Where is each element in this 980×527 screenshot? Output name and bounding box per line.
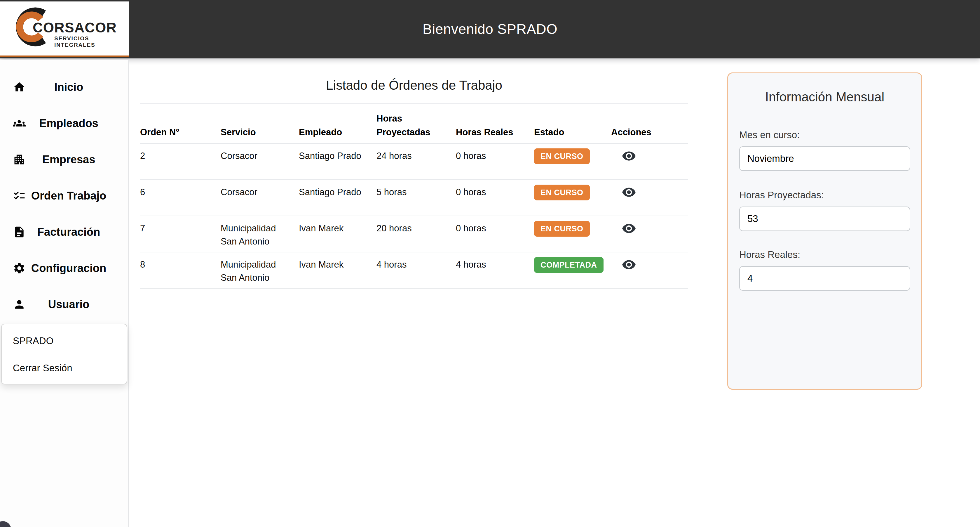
sidebar-item-label: Facturación bbox=[26, 226, 112, 238]
cell-horas-proyectadas: 20 horas bbox=[377, 216, 456, 252]
cell-estado: EN CURSO bbox=[534, 180, 611, 216]
view-order-eye-icon[interactable] bbox=[619, 257, 638, 275]
user-icon bbox=[13, 298, 26, 311]
checklist-icon bbox=[13, 189, 26, 202]
view-order-eye-icon[interactable] bbox=[619, 149, 638, 167]
sidebar-item-inicio[interactable]: Inicio bbox=[0, 69, 128, 105]
sidebar-item-label: Orden Trabajo bbox=[26, 190, 112, 202]
building-icon bbox=[13, 153, 26, 166]
top-header-bar: Bienvenido SPRADO bbox=[0, 0, 980, 58]
sidebar-nav: Inicio Empleados Empresas Orden Trabajo bbox=[0, 60, 128, 323]
cell-horas-reales: 0 horas bbox=[456, 216, 534, 252]
cell-horas-proyectadas: 24 horas bbox=[377, 144, 456, 180]
cell-servicio: Municipalidad San Antonio bbox=[221, 216, 299, 252]
sidebar-item-label: Configuracion bbox=[26, 262, 112, 275]
panel-field: Horas Proyectadas: 53 bbox=[739, 190, 910, 231]
field-label: Horas Proyectadas: bbox=[739, 190, 910, 200]
brand-name: CORSACOR bbox=[33, 19, 117, 36]
cell-horas-reales: 0 horas bbox=[456, 144, 534, 180]
people-icon bbox=[13, 117, 26, 130]
field-label: Horas Reales: bbox=[739, 250, 910, 260]
cell-horas-reales: 4 horas bbox=[456, 252, 534, 288]
app-window: Bienvenido SPRADO CORSACOR SERVICIOS INT… bbox=[0, 0, 980, 527]
column-header: Horas Proyectadas bbox=[377, 104, 456, 144]
user-menu-username[interactable]: SPRADO bbox=[2, 327, 127, 355]
cell-empleado: Ivan Marek bbox=[299, 216, 377, 252]
cell-estado: EN CURSO bbox=[534, 216, 611, 252]
status-badge: EN CURSO bbox=[534, 149, 590, 164]
brand-logo: CORSACOR SERVICIOS INTEGRALES bbox=[0, 2, 129, 57]
cell-orden: 2 bbox=[140, 144, 221, 180]
status-badge: EN CURSO bbox=[534, 185, 590, 200]
sidebar: Inicio Empleados Empresas Orden Trabajo bbox=[0, 60, 129, 527]
current-month-input[interactable]: Noviembre bbox=[739, 146, 910, 171]
sidebar-item-facturacion[interactable]: Facturación bbox=[0, 214, 128, 250]
cell-empleado: Ivan Marek bbox=[299, 252, 377, 288]
logout-menu-item[interactable]: Cerrar Sesión bbox=[2, 355, 127, 382]
cell-estado: EN CURSO bbox=[534, 144, 611, 180]
order-row: 7 Municipalidad San Antonio Ivan Marek 2… bbox=[140, 216, 688, 252]
column-header: Acciones bbox=[611, 104, 688, 144]
sidebar-item-label: Empresas bbox=[26, 153, 112, 166]
cell-acciones bbox=[611, 252, 688, 288]
brand-tagline: SERVICIOS INTEGRALES bbox=[54, 35, 129, 48]
order-row: 8 Municipalidad San Antonio Ivan Marek 4… bbox=[140, 252, 688, 288]
cell-horas-proyectadas: 4 horas bbox=[377, 252, 456, 288]
sidebar-item-label: Empleados bbox=[26, 117, 112, 130]
user-dropdown-menu: SPRADO Cerrar Sesión bbox=[1, 324, 127, 385]
panel-field: Mes en curso: Noviembre bbox=[739, 130, 910, 171]
view-order-eye-icon[interactable] bbox=[619, 221, 638, 239]
sidebar-item-usuario[interactable]: Usuario bbox=[0, 286, 128, 323]
cell-empleado: Santiago Prado bbox=[299, 144, 377, 180]
cell-servicio: Municipalidad San Antonio bbox=[221, 252, 299, 288]
order-row: 2 Corsacor Santiago Prado 24 horas 0 hor… bbox=[140, 144, 688, 180]
sidebar-item-orden-trabajo[interactable]: Orden Trabajo bbox=[0, 177, 128, 214]
panel-field: Horas Reales: 4 bbox=[739, 250, 910, 291]
cell-servicio: Corsacor bbox=[221, 144, 299, 180]
cell-acciones bbox=[611, 180, 688, 216]
orders-section: Listado de Órdenes de Trabajo Orden N°Se… bbox=[140, 78, 688, 289]
cell-acciones bbox=[611, 216, 688, 252]
orders-title: Listado de Órdenes de Trabajo bbox=[140, 78, 688, 93]
cell-orden: 8 bbox=[140, 252, 221, 288]
cell-estado: COMPLETADA bbox=[534, 252, 611, 288]
sidebar-item-empresas[interactable]: Empresas bbox=[0, 141, 128, 177]
status-badge: EN CURSO bbox=[534, 221, 590, 236]
monthly-info-panel: Información Mensual Mes en curso: Noviem… bbox=[727, 72, 922, 390]
projected-hours-input[interactable]: 53 bbox=[739, 206, 910, 231]
cell-horas-proyectadas: 5 horas bbox=[377, 180, 456, 216]
column-header: Servicio bbox=[221, 104, 299, 144]
column-header: Estado bbox=[534, 104, 611, 144]
table-header-row: Orden N°ServicioEmpleadoHoras Proyectada… bbox=[140, 104, 688, 144]
orders-table: Orden N°ServicioEmpleadoHoras Proyectada… bbox=[140, 104, 688, 289]
monthly-panel-title: Información Mensual bbox=[739, 90, 910, 104]
status-badge: COMPLETADA bbox=[534, 257, 603, 273]
column-header: Orden N° bbox=[140, 104, 221, 144]
sidebar-item-configuracion[interactable]: Configuracion bbox=[0, 250, 128, 286]
sidebar-item-empleados[interactable]: Empleados bbox=[0, 105, 128, 141]
invoice-icon bbox=[13, 225, 26, 238]
column-header: Horas Reales bbox=[456, 104, 534, 144]
real-hours-input[interactable]: 4 bbox=[739, 266, 910, 291]
view-order-eye-icon[interactable] bbox=[619, 185, 638, 203]
cell-orden: 7 bbox=[140, 216, 221, 252]
order-row: 6 Corsacor Santiago Prado 5 horas 0 hora… bbox=[140, 180, 688, 216]
column-header: Empleado bbox=[299, 104, 377, 144]
monthly-panel-fields: Mes en curso: Noviembre Horas Proyectada… bbox=[739, 130, 910, 291]
sidebar-item-label: Inicio bbox=[26, 81, 112, 93]
home-icon bbox=[13, 81, 26, 93]
cell-servicio: Corsacor bbox=[221, 180, 299, 216]
cell-horas-reales: 0 horas bbox=[456, 180, 534, 216]
gear-icon bbox=[13, 262, 26, 275]
cell-acciones bbox=[611, 144, 688, 180]
field-label: Mes en curso: bbox=[739, 130, 910, 140]
sidebar-item-label: Usuario bbox=[26, 298, 112, 311]
cell-empleado: Santiago Prado bbox=[299, 180, 377, 216]
welcome-title: Bienvenido SPRADO bbox=[0, 0, 980, 58]
cell-orden: 6 bbox=[140, 180, 221, 216]
